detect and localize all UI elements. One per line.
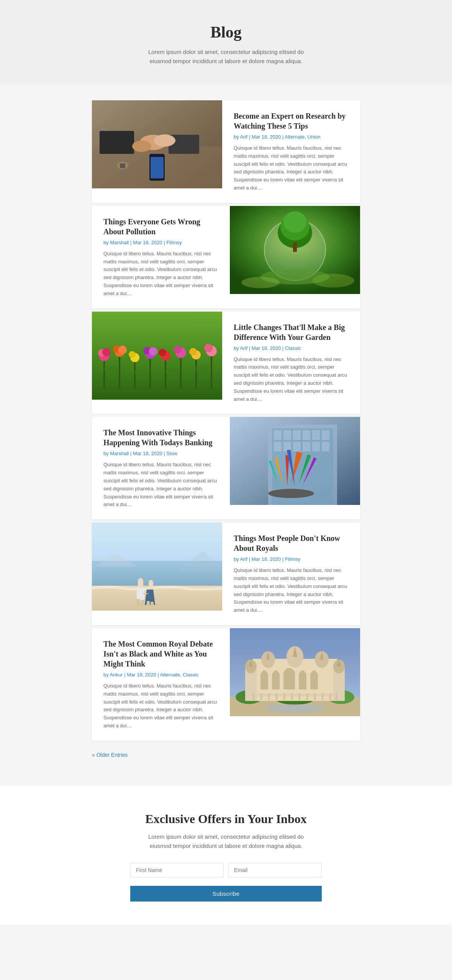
post-text: The Most Innovative Things Happening Wit… bbox=[92, 417, 230, 519]
post-card: Become an Expert on Research by Watching… bbox=[92, 100, 360, 203]
svg-rect-24 bbox=[119, 354, 120, 388]
svg-point-45 bbox=[174, 346, 182, 353]
svg-point-17 bbox=[283, 211, 306, 233]
post-meta: by Arif | Mar 18, 2020 | Filimsy bbox=[234, 556, 349, 562]
page-header: Blog Lorem ipsum dolor sit amet, consect… bbox=[0, 0, 452, 85]
svg-rect-60 bbox=[303, 430, 310, 440]
post-image bbox=[92, 523, 222, 611]
page-subtitle: Lorem ipsum dolor sit amet, consectetur … bbox=[146, 47, 306, 66]
svg-rect-30 bbox=[211, 353, 212, 388]
svg-rect-108 bbox=[268, 693, 270, 700]
post-card: The Most Innovative Things Happening Wit… bbox=[92, 417, 360, 519]
svg-rect-116 bbox=[329, 693, 331, 700]
post-excerpt: Quisque id libero tellus. Mauris faucibu… bbox=[234, 356, 349, 403]
svg-point-50 bbox=[103, 366, 119, 372]
svg-rect-65 bbox=[293, 442, 301, 451]
post-text: Things Most People Don't Know About Roya… bbox=[222, 523, 360, 625]
post-image bbox=[230, 417, 360, 505]
post-card: Things Most People Don't Know About Roya… bbox=[92, 523, 360, 625]
post-excerpt: Quisque id libero tellus. Mauris faucibu… bbox=[103, 682, 218, 730]
svg-rect-11 bbox=[120, 163, 125, 168]
post-text: Little Changes That'll Make a Big Differ… bbox=[222, 312, 360, 414]
post-title[interactable]: Little Changes That'll Make a Big Differ… bbox=[234, 322, 349, 342]
blog-container: Become an Expert on Research by Watching… bbox=[84, 85, 368, 777]
post-title[interactable]: The Most Common Royal Debate Isn't as Bl… bbox=[103, 639, 218, 669]
post-card: The Most Common Royal Debate Isn't as Bl… bbox=[92, 628, 360, 741]
svg-rect-59 bbox=[293, 430, 301, 440]
svg-rect-105 bbox=[253, 693, 337, 696]
post-text: Become an Expert on Research by Watching… bbox=[222, 100, 360, 203]
svg-point-52 bbox=[165, 368, 180, 374]
svg-rect-115 bbox=[322, 693, 323, 700]
svg-rect-84 bbox=[149, 580, 153, 591]
svg-point-41 bbox=[149, 347, 157, 356]
post-meta: by Arif | Mar 18, 2020 | Classic bbox=[234, 345, 349, 351]
svg-rect-63 bbox=[274, 442, 282, 451]
svg-rect-113 bbox=[306, 693, 308, 700]
svg-point-53 bbox=[195, 365, 211, 372]
svg-point-38 bbox=[129, 351, 136, 358]
post-text: The Most Common Royal Debate Isn't as Bl… bbox=[92, 628, 230, 741]
email-input[interactable] bbox=[228, 863, 322, 877]
post-image bbox=[92, 100, 222, 188]
post-meta: by Arif | Mar 18, 2020 | Alternate, Unio… bbox=[234, 134, 349, 140]
svg-rect-66 bbox=[303, 442, 310, 451]
svg-rect-68 bbox=[322, 442, 329, 451]
subscribe-button[interactable]: Subscribe bbox=[130, 886, 322, 902]
svg-rect-23 bbox=[103, 358, 105, 388]
svg-rect-61 bbox=[312, 430, 320, 440]
post-meta: by Marshall | Mar 18, 2020 | Filimsy bbox=[103, 240, 218, 245]
svg-rect-81 bbox=[137, 588, 144, 601]
svg-rect-85 bbox=[147, 601, 150, 607]
svg-rect-18 bbox=[293, 242, 297, 252]
post-excerpt: Quisque id libero tellus. Mauris faucibu… bbox=[234, 567, 349, 614]
svg-point-20 bbox=[241, 277, 280, 288]
svg-rect-57 bbox=[274, 430, 282, 440]
svg-rect-110 bbox=[283, 693, 285, 700]
first-name-input[interactable] bbox=[130, 863, 224, 877]
svg-point-33 bbox=[102, 348, 111, 356]
svg-rect-22 bbox=[92, 312, 222, 400]
post-excerpt: Quisque id libero tellus. Mauris faucibu… bbox=[234, 144, 349, 192]
svg-point-6 bbox=[132, 140, 151, 152]
post-image bbox=[230, 628, 360, 716]
svg-point-47 bbox=[189, 348, 197, 356]
older-entries-link[interactable]: « Older Entries bbox=[92, 752, 128, 758]
svg-rect-29 bbox=[195, 357, 197, 388]
svg-rect-109 bbox=[276, 693, 277, 700]
svg-rect-9 bbox=[151, 157, 164, 178]
svg-point-21 bbox=[312, 274, 354, 287]
svg-rect-58 bbox=[283, 430, 291, 440]
svg-rect-83 bbox=[141, 600, 144, 607]
svg-rect-28 bbox=[180, 354, 182, 388]
svg-rect-67 bbox=[312, 442, 320, 451]
post-excerpt: Quisque id libero tellus. Mauris faucibu… bbox=[103, 461, 218, 509]
svg-rect-106 bbox=[253, 693, 254, 700]
svg-rect-82 bbox=[137, 599, 140, 607]
post-title[interactable]: Become an Expert on Research by Watching… bbox=[234, 111, 349, 131]
page-title: Blog bbox=[8, 23, 444, 41]
svg-point-49 bbox=[204, 344, 213, 352]
svg-point-76 bbox=[268, 489, 314, 498]
svg-rect-114 bbox=[314, 693, 316, 700]
post-image bbox=[230, 206, 360, 294]
svg-point-36 bbox=[118, 346, 127, 354]
svg-rect-62 bbox=[322, 430, 329, 440]
svg-point-118 bbox=[264, 704, 326, 713]
svg-rect-86 bbox=[151, 602, 154, 607]
pagination: « Older Entries bbox=[92, 744, 360, 770]
footer-title: Exclusive Offers in Your Inbox bbox=[8, 812, 444, 826]
svg-rect-111 bbox=[291, 693, 293, 700]
svg-rect-27 bbox=[165, 358, 166, 388]
post-title[interactable]: The Most Innovative Things Happening Wit… bbox=[103, 428, 218, 448]
post-meta: by Marshall | Mar 18, 2020 | Stow bbox=[103, 451, 218, 456]
footer-subtitle: Lorem ipsum dolor sit amet, consectetur … bbox=[146, 832, 306, 851]
svg-rect-3 bbox=[100, 131, 134, 154]
post-title[interactable]: Things Most People Don't Know About Roya… bbox=[234, 533, 349, 553]
svg-point-43 bbox=[159, 349, 166, 356]
post-title[interactable]: Things Everyone Gets Wrong About Polluti… bbox=[103, 217, 218, 237]
post-card: Things Everyone Gets Wrong About Polluti… bbox=[92, 206, 360, 309]
svg-rect-112 bbox=[299, 693, 300, 700]
svg-point-7 bbox=[154, 134, 175, 147]
post-card: Little Changes That'll Make a Big Differ… bbox=[92, 312, 360, 414]
